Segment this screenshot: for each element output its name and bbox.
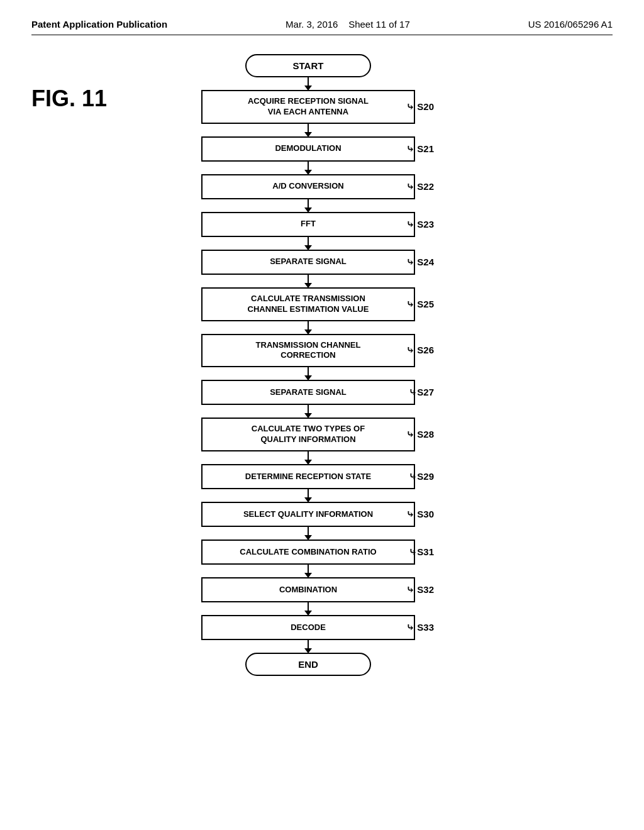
step-s31-label: ⤷S31 — [409, 546, 434, 558]
header-date-sheet: Mar. 3, 2016 Sheet 11 of 17 — [286, 19, 410, 30]
step-s29-box: DETERMINE RECEPTION STATE — [201, 464, 415, 489]
step-s23-container: FFT ⤷ S23 — [145, 212, 472, 250]
step-s30-row: SELECT QUALITY INFORMATION ⤷ S30 — [176, 502, 440, 527]
content-area: FIG. 11 START ACQUIRE RECEPTION SIGNALVI… — [31, 54, 613, 676]
step-s30-box: SELECT QUALITY INFORMATION — [201, 502, 415, 527]
step-s24-box: SEPARATE SIGNAL — [201, 250, 415, 275]
header-publication-label: Patent Application Publication — [31, 19, 167, 30]
step-s28-row: CALCULATE TWO TYPES OFQUALITY INFORMATIO… — [176, 418, 440, 451]
step-s20-container: ACQUIRE RECEPTION SIGNALVIA EACH ANTENNA… — [145, 90, 472, 136]
step-s33-container: DECODE ⤷ S33 — [145, 615, 472, 653]
arrow-7 — [308, 367, 309, 380]
step-s31-box: CALCULATE COMBINATION RATIO — [201, 540, 415, 565]
step-s24-label: ⤷ S24 — [406, 257, 434, 268]
step-s32-container: COMBINATION ⤷ S32 — [145, 577, 472, 615]
step-s22-row: A/D CONVERSION ⤷ S22 — [176, 174, 440, 199]
step-s29-container: DETERMINE RECEPTION STATE ⤷S29 — [145, 464, 472, 502]
step-s21-box: DEMODULATION — [201, 136, 415, 162]
arrow-13 — [308, 602, 309, 615]
step-s28-container: CALCULATE TWO TYPES OFQUALITY INFORMATIO… — [145, 418, 472, 464]
start-node: START — [245, 54, 371, 77]
step-s27-container: SEPARATE SIGNAL ⤷S27 — [145, 380, 472, 418]
step-s25-box: CALCULATE TRANSMISSIONCHANNEL ESTIMATION… — [201, 287, 415, 321]
step-s32-label: ⤷ S32 — [406, 584, 434, 595]
step-s23-box: FFT — [201, 212, 415, 237]
step-s32-row: COMBINATION ⤷ S32 — [176, 577, 440, 602]
end-node: END — [245, 653, 371, 676]
step-s33-row: DECODE ⤷ S33 — [176, 615, 440, 640]
step-s20-box: ACQUIRE RECEPTION SIGNALVIA EACH ANTENNA — [201, 90, 415, 124]
step-s21-row: DEMODULATION ⤷ S21 — [176, 136, 440, 162]
step-s29-row: DETERMINE RECEPTION STATE ⤷S29 — [176, 464, 440, 489]
arrow-9 — [308, 451, 309, 464]
step-s25-row: CALCULATE TRANSMISSIONCHANNEL ESTIMATION… — [176, 287, 440, 321]
header-sheet: Sheet 11 of 17 — [348, 19, 410, 30]
step-s28-label: ⤷ S28 — [406, 429, 434, 440]
end-container: END — [145, 653, 472, 676]
step-s32-box: COMBINATION — [201, 577, 415, 602]
header-date: Mar. 3, 2016 — [286, 19, 338, 30]
arrow-6 — [308, 321, 309, 334]
step-s31-container: CALCULATE COMBINATION RATIO ⤷S31 — [145, 540, 472, 577]
arrow-1 — [308, 124, 309, 136]
step-s33-box: DECODE — [201, 615, 415, 640]
arrow-3 — [308, 199, 309, 212]
arrow-5 — [308, 275, 309, 287]
step-s26-label: ⤷ S26 — [406, 345, 434, 356]
step-s28-box: CALCULATE TWO TYPES OFQUALITY INFORMATIO… — [201, 418, 415, 451]
step-s20-row: ACQUIRE RECEPTION SIGNALVIA EACH ANTENNA… — [176, 90, 440, 124]
step-s30-label: ⤷ S30 — [406, 509, 434, 520]
step-s22-container: A/D CONVERSION ⤷ S22 — [145, 174, 472, 212]
header-patent-number: US 2016/065296 A1 — [528, 19, 613, 30]
step-s26-box: TRANSMISSION CHANNELCORRECTION — [201, 334, 415, 368]
step-s27-box: SEPARATE SIGNAL — [201, 380, 415, 405]
step-s23-label: ⤷ S23 — [406, 219, 434, 230]
step-s20-label: ⤷ S20 — [406, 101, 434, 113]
step-s27-label: ⤷S27 — [409, 387, 434, 398]
step-s27-row: SEPARATE SIGNAL ⤷S27 — [176, 380, 440, 405]
arrow-4 — [308, 237, 309, 250]
step-s31-row: CALCULATE COMBINATION RATIO ⤷S31 — [176, 540, 440, 565]
figure-label: FIG. 11 — [31, 86, 107, 112]
page: Patent Application Publication Mar. 3, 2… — [0, 0, 644, 830]
step-s33-label: ⤷ S33 — [406, 622, 434, 633]
arrow-11 — [308, 527, 309, 540]
step-s24-row: SEPARATE SIGNAL ⤷ S24 — [176, 250, 440, 275]
step-s21-container: DEMODULATION ⤷ S21 — [145, 136, 472, 174]
step-s26-container: TRANSMISSION CHANNELCORRECTION ⤷ S26 — [145, 334, 472, 380]
step-s21-label: ⤷ S21 — [406, 143, 434, 155]
step-s30-container: SELECT QUALITY INFORMATION ⤷ S30 — [145, 502, 472, 540]
arrow-0 — [308, 77, 309, 90]
arrow-12 — [308, 565, 309, 577]
step-s25-container: CALCULATE TRANSMISSIONCHANNEL ESTIMATION… — [145, 287, 472, 334]
step-s26-row: TRANSMISSION CHANNELCORRECTION ⤷ S26 — [176, 334, 440, 368]
start-container: START — [145, 54, 472, 90]
step-s25-label: ⤷ S25 — [406, 299, 434, 310]
step-s24-container: SEPARATE SIGNAL ⤷ S24 — [145, 250, 472, 287]
arrow-8 — [308, 405, 309, 418]
step-s22-box: A/D CONVERSION — [201, 174, 415, 199]
step-s22-label: ⤷ S22 — [406, 181, 434, 192]
flowchart: START ACQUIRE RECEPTION SIGNALVIA EACH A… — [145, 54, 472, 676]
step-s29-label: ⤷S29 — [409, 471, 434, 482]
page-header: Patent Application Publication Mar. 3, 2… — [31, 19, 613, 35]
arrow-14 — [308, 640, 309, 653]
arrow-2 — [308, 162, 309, 174]
arrow-10 — [308, 489, 309, 502]
step-s23-row: FFT ⤷ S23 — [176, 212, 440, 237]
